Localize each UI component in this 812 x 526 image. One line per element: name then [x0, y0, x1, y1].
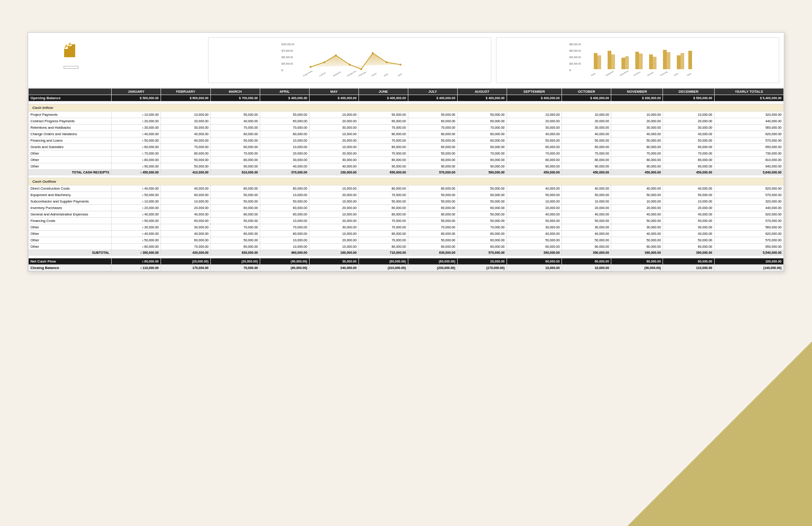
subtotal-cell: $ 390,000.00: [112, 250, 161, 256]
table-cell: 40,000.00: [562, 185, 611, 192]
opening-balance-cell: $ 5,400,000.00: [714, 95, 783, 102]
total-cash-cell: 190,000.00: [309, 170, 358, 175]
table-cell: 60,000.00: [457, 157, 507, 163]
table-cell: 60,000.00: [358, 205, 408, 211]
svg-text:$-: $-: [569, 69, 572, 72]
table-cell: 320,000.00: [714, 198, 783, 205]
svg-text:$40,000.00: $40,000.00: [569, 56, 581, 59]
table-cell: 60,000.00: [457, 192, 507, 198]
table-cell: 80,000.00: [408, 231, 457, 237]
svg-text:Other: Other: [687, 72, 692, 77]
table-cell: 20,000.00: [309, 137, 358, 144]
table-cell: 10,000.00: [611, 112, 663, 118]
total-cash-cell: 370,000.00: [260, 170, 309, 175]
table-cell: 50,000.00: [211, 198, 260, 205]
table-cell: 620,000.00: [714, 185, 783, 192]
svg-point-16: [372, 52, 374, 54]
net-cash-flow-row: Net Cash Flow$ 60,000.00(20,000.00)(20,0…: [29, 258, 784, 265]
table-cell: 20,000.00: [309, 205, 358, 211]
svg-rect-2: [72, 44, 75, 57]
net-cash-flow-cell: (20,000.00): [161, 258, 210, 265]
table-cell: 50,000.00: [562, 218, 611, 224]
table-cell: 70,000.00: [211, 125, 260, 131]
svg-text:Other: Other: [674, 72, 679, 77]
table-cell: 20,000.00: [611, 205, 663, 211]
subtotal-cell: 5,540,000.00: [714, 250, 783, 256]
subtotal-cell: 160,000.00: [309, 250, 358, 256]
table-cell: 20,000.00: [611, 118, 663, 125]
table-cell: 50,000.00: [507, 137, 561, 144]
cash-outflow-chart: $80,000.00 $60,000.00 $40,000.00 $20,000…: [496, 37, 779, 83]
table-cell: 10,000.00: [260, 192, 309, 198]
svg-text:Grants: Grants: [371, 72, 377, 77]
table-cell: 40,000.00: [211, 118, 260, 125]
table-cell: 30,000.00: [663, 125, 714, 131]
cash-outflow-row: Direct Construction Costs$ 40,000.0040,0…: [29, 185, 784, 192]
table-cell: 90,000.00: [611, 163, 663, 170]
table-cell: 60,000.00: [260, 205, 309, 211]
row-label: Other: [29, 163, 112, 170]
table-cell: 50,000.00: [507, 192, 561, 198]
table-cell: $ 60,000.00: [112, 244, 161, 250]
table-cell: 40,000.00: [161, 211, 210, 218]
opening-balance-cell: $ 500,000.00: [663, 95, 714, 102]
logo-icon: [60, 40, 79, 58]
table-cell: 70,000.00: [457, 224, 507, 231]
table-cell: 50,000.00: [457, 112, 507, 118]
closing-balance-cell: 170,000.00: [161, 265, 210, 271]
table-cell: 70,000.00: [358, 192, 408, 198]
table-cell: 60,000.00: [562, 244, 611, 250]
cash-outflow-row: Inventory Purchases$ 20,000.0020,000.006…: [29, 205, 784, 211]
svg-rect-38: [635, 52, 639, 69]
svg-text:Financing: Financing: [358, 71, 366, 77]
total-cash-cell: 410,000.00: [161, 170, 210, 175]
table-cell: 50,000.00: [507, 237, 561, 244]
table-cell: 20,000.00: [663, 205, 714, 211]
svg-rect-34: [608, 51, 611, 69]
year-value[interactable]: [64, 66, 78, 69]
subtotal-cell: 430,000.00: [161, 250, 210, 256]
section-header-row: Cash Outflow: [29, 178, 784, 185]
col-feb: FEBRUARY: [161, 89, 210, 95]
table-cell: 30,000.00: [507, 125, 561, 131]
table-cell: 10,000.00: [507, 198, 561, 205]
closing-balance-cell: (140,000.00): [714, 265, 783, 271]
closing-balance-cell: 70,000.00: [211, 265, 260, 271]
table-cell: 50,000.00: [358, 112, 408, 118]
table-cell: 560,000.00: [714, 125, 783, 131]
cash-inflow-row: Other$ 70,000.0080,000.0070,000.0020,000…: [29, 150, 784, 157]
svg-rect-37: [625, 56, 629, 69]
cash-outflow-row: Subcontractor and Supplier Payments$ 10,…: [29, 198, 784, 205]
table-cell: 80,000.00: [358, 231, 408, 237]
table-cell: 80,000.00: [211, 231, 260, 237]
table-cell: 50,000.00: [211, 237, 260, 244]
table-cell: 10,000.00: [663, 198, 714, 205]
col-dec: DECEMBER: [663, 89, 714, 95]
total-cash-cell: 5,640,000.00: [714, 170, 783, 175]
table-cell: 10,000.00: [611, 198, 663, 205]
table-cell: 70,000.00: [161, 244, 210, 250]
svg-text:Change Ord: Change Ord: [346, 70, 356, 77]
svg-point-17: [386, 61, 388, 63]
company-info: [111, 37, 203, 42]
closing-balance-cell: 10,000.00: [562, 265, 611, 271]
subtotal-cell: 390,000.00: [663, 250, 714, 256]
table-cell: 20,000.00: [309, 118, 358, 125]
table-cell: 60,000.00: [408, 118, 457, 125]
section-header-row: Cash Inflow: [29, 104, 784, 112]
table-cell: $ 50,000.00: [112, 192, 161, 198]
svg-rect-0: [64, 49, 68, 57]
table-cell: 10,000.00: [309, 185, 358, 192]
table-cell: 60,000.00: [457, 237, 507, 244]
table-cell: 70,000.00: [358, 218, 408, 224]
table-cell: 20,000.00: [507, 205, 561, 211]
table-cell: 10,000.00: [260, 237, 309, 244]
section-header-label: Cash Inflow: [29, 104, 784, 112]
svg-point-12: [323, 61, 325, 63]
table-cell: 40,000.00: [507, 231, 561, 237]
table-cell: 60,000.00: [260, 118, 309, 125]
svg-rect-43: [667, 52, 670, 69]
table-cell: 70,000.00: [358, 137, 408, 144]
table-cell: 30,000.00: [309, 224, 358, 231]
table-cell: 60,000.00: [457, 137, 507, 144]
